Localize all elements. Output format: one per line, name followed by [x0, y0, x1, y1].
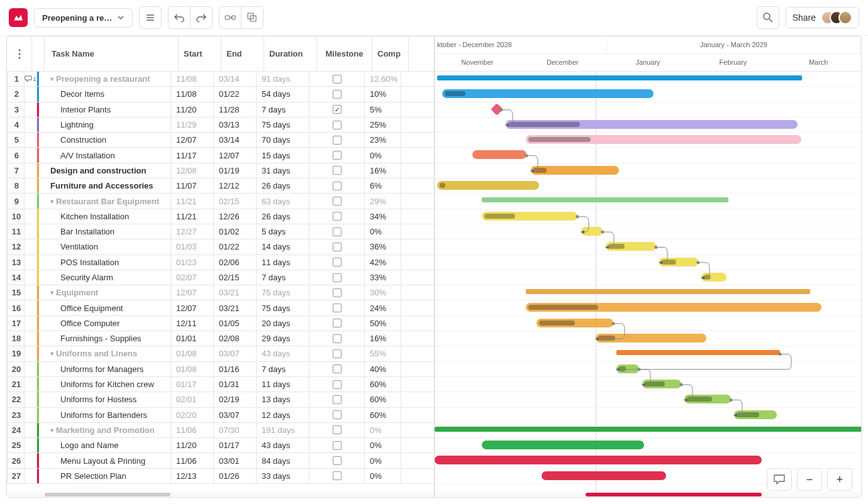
milestone-cell[interactable]: [309, 209, 365, 224]
duration-cell[interactable]: 43 days: [257, 438, 309, 452]
end-cell[interactable]: 02/06: [214, 255, 257, 270]
milestone-checkbox[interactable]: [333, 380, 342, 389]
completion-cell[interactable]: 42%: [365, 255, 401, 270]
gantt-row[interactable]: [435, 362, 861, 377]
milestone-cell[interactable]: [309, 285, 365, 300]
gantt-bar[interactable]: [437, 75, 802, 80]
completion-cell[interactable]: 60%: [365, 377, 401, 392]
end-cell[interactable]: 02/15: [214, 270, 257, 285]
table-row[interactable]: 26 Menu Layout & Printing 11/06 03/01 84…: [7, 453, 434, 468]
milestone-cell[interactable]: [309, 118, 365, 132]
duration-cell[interactable]: 33 days: [257, 469, 309, 483]
milestone-checkbox[interactable]: [333, 425, 342, 434]
end-cell[interactable]: 03/14: [214, 72, 257, 86]
gantt-bar[interactable]: [442, 89, 654, 98]
gantt-bar[interactable]: [526, 303, 821, 312]
table-row[interactable]: 13 POS Installation 01/23 02/06 11 days …: [7, 255, 434, 270]
gantt-row[interactable]: [435, 148, 861, 163]
duration-cell[interactable]: 63 days: [257, 194, 309, 208]
gantt-bar[interactable]: [701, 273, 726, 282]
milestone-checkbox[interactable]: [333, 441, 342, 450]
gantt-bar[interactable]: [684, 395, 731, 403]
duration-cell[interactable]: 75 days: [257, 118, 309, 132]
completion-cell[interactable]: 16%: [365, 331, 401, 346]
duration-cell[interactable]: 31 days: [257, 163, 309, 178]
duration-cell[interactable]: 84 days: [257, 453, 309, 468]
completion-cell[interactable]: 40%: [365, 362, 401, 376]
gantt-row[interactable]: [435, 178, 861, 194]
end-cell[interactable]: 03/13: [214, 118, 257, 132]
task-name-cell[interactable]: Decor Items: [39, 87, 171, 101]
project-selector[interactable]: Preopening a re…: [34, 8, 133, 28]
milestone-cell[interactable]: [309, 331, 365, 346]
task-name-cell[interactable]: Uniforms for Managers: [39, 362, 171, 376]
gantt-row[interactable]: [435, 133, 861, 148]
task-name-cell[interactable]: Office Computer: [39, 316, 171, 331]
gantt-bar[interactable]: [616, 350, 780, 355]
milestone-checkbox[interactable]: [333, 197, 342, 205]
collapse-icon[interactable]: ▾: [50, 427, 53, 434]
task-name-cell[interactable]: Uniforms for Bartenders: [39, 408, 171, 422]
start-cell[interactable]: 11/07: [171, 178, 214, 193]
gantt-row[interactable]: [435, 224, 861, 239]
table-row[interactable]: 19 ▾Uniforms and Linens 01/08 03/07 43 d…: [7, 346, 434, 361]
completion-cell[interactable]: 25%: [365, 118, 401, 132]
completion-cell[interactable]: 0%: [365, 469, 401, 483]
duration-cell[interactable]: 7 days: [257, 102, 309, 117]
milestone-checkbox[interactable]: [333, 151, 342, 160]
duration-cell[interactable]: 191 days: [257, 423, 309, 437]
milestone-cell[interactable]: [309, 270, 365, 285]
gantt-bar[interactable]: [472, 150, 526, 159]
zoom-out-button[interactable]: −: [797, 468, 822, 491]
completion-cell[interactable]: 12.60%: [365, 72, 401, 86]
gantt-row[interactable]: [435, 423, 861, 438]
gantt-bar[interactable]: [581, 227, 603, 236]
milestone-cell[interactable]: [309, 148, 365, 162]
completion-cell[interactable]: 16%: [365, 163, 401, 178]
share-button[interactable]: Share: [786, 7, 859, 28]
col-duration[interactable]: Duration: [264, 36, 317, 71]
task-name-cell[interactable]: Ventilation: [39, 239, 171, 254]
start-cell[interactable]: 12/13: [171, 469, 214, 483]
completion-cell[interactable]: 10%: [365, 87, 401, 101]
end-cell[interactable]: 01/17: [214, 438, 257, 452]
milestone-cell[interactable]: [309, 255, 365, 270]
task-name-cell[interactable]: ▾Restaurant Bar Equipment: [39, 194, 171, 208]
gantt-bar[interactable]: [542, 471, 666, 480]
undo-button[interactable]: [168, 6, 191, 29]
table-row[interactable]: 15 ▾Equipment 12/07 03/21 75 days 30%: [7, 285, 434, 300]
duration-cell[interactable]: 75 days: [257, 300, 309, 315]
completion-cell[interactable]: 0%: [365, 423, 401, 437]
end-cell[interactable]: 11/28: [214, 102, 257, 117]
milestone-checkbox[interactable]: [333, 166, 342, 175]
milestone-cell[interactable]: [309, 392, 365, 407]
start-cell[interactable]: 12/11: [171, 316, 214, 331]
completion-cell[interactable]: 24%: [365, 300, 401, 315]
end-cell[interactable]: 01/22: [214, 87, 257, 101]
milestone-checkbox[interactable]: [333, 304, 342, 312]
milestone-checkbox[interactable]: [333, 410, 342, 419]
start-cell[interactable]: 11/20: [171, 438, 214, 452]
gantt-bar[interactable]: [526, 135, 801, 144]
table-row[interactable]: 11 Bar Installation 12/27 01/02 5 days 0…: [7, 224, 434, 239]
end-cell[interactable]: 01/02: [214, 224, 257, 239]
gantt-row[interactable]: [435, 438, 861, 453]
end-cell[interactable]: 01/16: [214, 362, 257, 376]
end-cell[interactable]: 12/26: [214, 209, 257, 224]
completion-cell[interactable]: 0%: [365, 438, 401, 452]
options-column[interactable]: [7, 36, 32, 71]
table-row[interactable]: 16 Office Equipment 12/07 03/21 75 days …: [7, 300, 434, 315]
gantt-row[interactable]: [435, 209, 861, 224]
gantt-row[interactable]: [435, 346, 861, 361]
collapse-icon[interactable]: ▾: [50, 350, 53, 357]
gantt-row[interactable]: [435, 300, 861, 315]
milestone-diamond[interactable]: [491, 103, 503, 116]
start-cell[interactable]: 11/21: [171, 209, 214, 224]
cascade-button[interactable]: [241, 6, 264, 29]
start-cell[interactable]: 02/07: [171, 270, 214, 285]
gantt-bar[interactable]: [482, 197, 728, 202]
milestone-cell[interactable]: [309, 72, 365, 86]
autoschedule-button[interactable]: [219, 6, 242, 29]
table-row[interactable]: 14 Security Alarm 02/07 02/15 7 days 33%: [7, 270, 434, 285]
milestone-checkbox[interactable]: [333, 364, 342, 373]
